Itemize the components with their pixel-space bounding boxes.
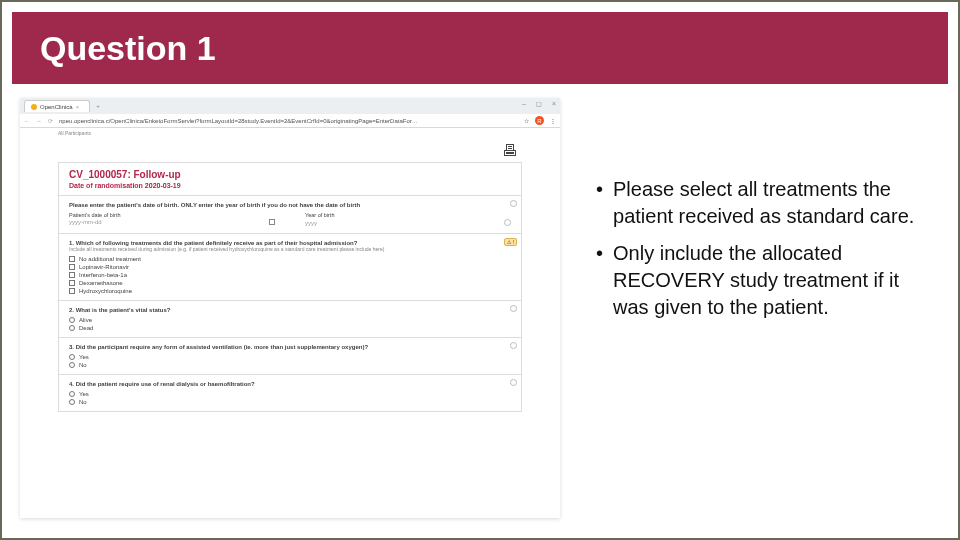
q1-option[interactable]: Hydroxychloroquine	[69, 288, 511, 294]
minimize-button[interactable]: –	[522, 100, 526, 108]
q1-option[interactable]: Lopinavir-Ritonavir	[69, 264, 511, 270]
bookmark-icon[interactable]: ☆	[524, 117, 529, 124]
dob-input[interactable]: yyyy-mm-dd	[69, 219, 102, 225]
bullet-item: Only include the allocated RECOVERY stud…	[596, 240, 930, 321]
print-row: 🖶	[20, 138, 560, 160]
q3-option[interactable]: Yes	[69, 354, 511, 360]
embedded-screenshot: OpenClinica × + – ◻ × ← → ⟳ npeu.opencli…	[20, 98, 560, 518]
q3-option-label: Yes	[79, 354, 89, 360]
radio-icon[interactable]	[69, 391, 75, 397]
bullet-item: Please select all treatments the patient…	[596, 176, 930, 230]
comment-icon[interactable]	[504, 219, 511, 226]
q1-option[interactable]: No additional treatment	[69, 256, 511, 262]
radio-icon[interactable]	[69, 362, 75, 368]
q1-option[interactable]: Interferon-beta-1a	[69, 272, 511, 278]
q3-text: 3. Did the participant require any form …	[69, 344, 511, 350]
q2-option[interactable]: Dead	[69, 325, 511, 331]
bullet-list: Please select all treatments the patient…	[596, 98, 940, 524]
checkbox-icon[interactable]	[69, 272, 75, 278]
close-tab-icon[interactable]: ×	[76, 104, 80, 110]
q1-options: No additional treatment Lopinavir-Ritona…	[69, 256, 511, 294]
calendar-icon[interactable]	[269, 219, 275, 225]
reload-icon[interactable]: ⟳	[48, 117, 53, 124]
warning-badge[interactable]: ⚠ !	[504, 238, 517, 246]
window-controls: – ◻ ×	[522, 100, 556, 108]
comment-icon[interactable]	[510, 342, 517, 349]
slide: Question 1 OpenClinica × + – ◻ × ← →	[0, 0, 960, 540]
q1-block: ⚠ ! 1. Which of following treatments did…	[59, 233, 521, 300]
q2-option-label: Dead	[79, 325, 93, 331]
form-card: CV_1000057: Follow-up Date of randomisat…	[58, 162, 522, 412]
checkbox-icon[interactable]	[69, 288, 75, 294]
slide-title: Question 1	[40, 29, 216, 68]
form-subheading: Date of randomisation 2020-03-19	[59, 182, 521, 195]
q1-option-label: Hydroxychloroquine	[79, 288, 132, 294]
q1-option[interactable]: Dexamethasone	[69, 280, 511, 286]
browser-tabstrip: OpenClinica × + – ◻ ×	[20, 98, 560, 114]
tab-title: OpenClinica	[40, 104, 73, 110]
dob-label: Patient's date of birth	[69, 212, 275, 218]
maximize-button[interactable]: ◻	[536, 100, 542, 108]
print-icon[interactable]: 🖶	[502, 142, 518, 160]
checkbox-icon[interactable]	[69, 256, 75, 262]
title-bar: Question 1	[12, 12, 948, 84]
q4-option-label: No	[79, 399, 87, 405]
q4-option-label: Yes	[79, 391, 89, 397]
comment-icon[interactable]	[510, 200, 517, 207]
comment-icon[interactable]	[510, 305, 517, 312]
q2-option[interactable]: Alive	[69, 317, 511, 323]
comment-icon[interactable]	[510, 379, 517, 386]
q4-option[interactable]: Yes	[69, 391, 511, 397]
checkbox-icon[interactable]	[69, 280, 75, 286]
close-window-button[interactable]: ×	[552, 100, 556, 108]
browser-tab[interactable]: OpenClinica ×	[24, 100, 90, 112]
q4-block: 4. Did the patient require use of renal …	[59, 374, 521, 411]
q3-option-label: No	[79, 362, 87, 368]
breadcrumb[interactable]: All Participants	[20, 128, 560, 138]
q3-option[interactable]: No	[69, 362, 511, 368]
radio-icon[interactable]	[69, 325, 75, 331]
radio-icon[interactable]	[69, 317, 75, 323]
year-label: Year of birth	[305, 212, 511, 218]
slide-content: OpenClinica × + – ◻ × ← → ⟳ npeu.opencli…	[20, 98, 940, 524]
address-bar: ← → ⟳ npeu.openclinica.c/OpenClinica/Enk…	[20, 114, 560, 128]
checkbox-icon[interactable]	[69, 264, 75, 270]
q2-block: 2. What is the patient's vital status? A…	[59, 300, 521, 337]
q2-text: 2. What is the patient's vital status?	[69, 307, 511, 313]
dob-instruction: Please enter the patient's date of birth…	[69, 202, 511, 208]
dob-block: Please enter the patient's date of birth…	[59, 195, 521, 233]
form-heading: CV_1000057: Follow-up	[59, 163, 521, 182]
back-icon[interactable]: ←	[24, 118, 30, 124]
q3-block: 3. Did the participant require any form …	[59, 337, 521, 374]
url-field[interactable]: npeu.openclinica.c/OpenClinica/EnketoFor…	[59, 118, 518, 124]
q1-option-label: No additional treatment	[79, 256, 141, 262]
q1-option-label: Lopinavir-Ritonavir	[79, 264, 129, 270]
q1-option-label: Dexamethasone	[79, 280, 123, 286]
radio-icon[interactable]	[69, 354, 75, 360]
q2-option-label: Alive	[79, 317, 92, 323]
profile-avatar[interactable]: R	[535, 116, 544, 125]
q1-option-label: Interferon-beta-1a	[79, 272, 127, 278]
forward-icon[interactable]: →	[36, 118, 42, 124]
year-input[interactable]: yyyy	[305, 220, 317, 226]
new-tab-button[interactable]: +	[96, 103, 100, 109]
favicon-icon	[31, 104, 37, 110]
q4-text: 4. Did the patient require use of renal …	[69, 381, 511, 387]
q1-hint: Include all treatments received during a…	[69, 246, 511, 252]
q4-option[interactable]: No	[69, 399, 511, 405]
menu-icon[interactable]: ⋮	[550, 117, 556, 124]
radio-icon[interactable]	[69, 399, 75, 405]
